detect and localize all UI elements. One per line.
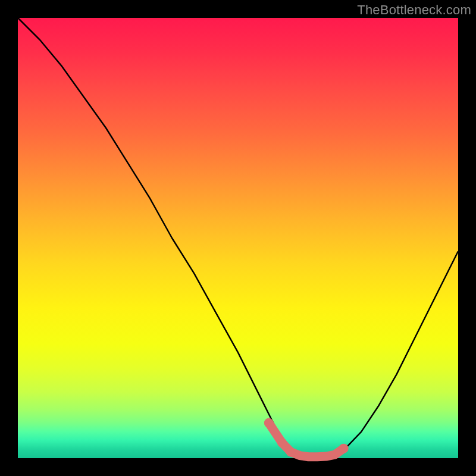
- chart-frame: TheBottleneck.com: [0, 0, 476, 476]
- optimum-dot: [339, 444, 349, 453]
- optimum-dot: [286, 447, 296, 457]
- curve-line: [18, 18, 458, 457]
- chart-svg: [18, 18, 458, 458]
- optimum-dot: [277, 438, 287, 447]
- optimum-dot: [264, 418, 274, 428]
- bottleneck-curve: [18, 18, 458, 457]
- optimum-band: [264, 418, 349, 457]
- plot-area: [18, 18, 458, 458]
- watermark-text: TheBottleneck.com: [357, 2, 471, 18]
